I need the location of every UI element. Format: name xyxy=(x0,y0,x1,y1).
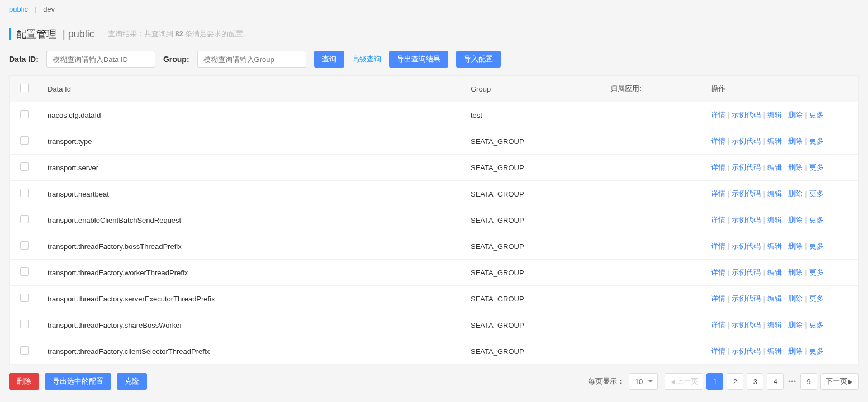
page-4-button[interactable]: 4 xyxy=(767,373,784,390)
result-summary: 查询结果：共查询到 82 条满足要求的配置。 xyxy=(108,29,251,39)
more-link[interactable]: 更多 xyxy=(809,163,824,171)
row-checkbox[interactable] xyxy=(20,162,29,171)
page-size-control: 每页显示： 10 xyxy=(588,373,658,390)
edit-link[interactable]: 编辑 xyxy=(767,216,782,224)
export-selected-button[interactable]: 导出选中的配置 xyxy=(45,373,111,390)
row-checkbox[interactable] xyxy=(20,215,29,223)
detail-link[interactable]: 详情 xyxy=(711,294,725,303)
more-link[interactable]: 更多 xyxy=(809,216,824,224)
more-link[interactable]: 更多 xyxy=(809,320,824,329)
row-checkbox[interactable] xyxy=(20,110,29,118)
more-link[interactable]: 更多 xyxy=(809,242,824,250)
group-input[interactable] xyxy=(197,51,306,68)
delete-link[interactable]: 删除 xyxy=(788,137,803,145)
sample-link[interactable]: 示例代码 xyxy=(732,294,761,303)
delete-link[interactable]: 删除 xyxy=(788,294,803,303)
tab-dev[interactable]: dev xyxy=(43,5,55,13)
table-row: transport.threadFactory.shareBossWorkerS… xyxy=(10,312,858,338)
detail-link[interactable]: 详情 xyxy=(711,189,725,198)
delete-link[interactable]: 删除 xyxy=(788,242,803,250)
sample-link[interactable]: 示例代码 xyxy=(732,347,761,355)
more-link[interactable]: 更多 xyxy=(809,137,824,145)
next-page-button[interactable]: 下一页▶ xyxy=(820,373,859,390)
dataid-input[interactable] xyxy=(46,51,155,68)
sample-link[interactable]: 示例代码 xyxy=(732,189,761,198)
advanced-query-button[interactable]: 高级查询 xyxy=(352,51,381,68)
sample-link[interactable]: 示例代码 xyxy=(732,216,761,224)
cell-app xyxy=(601,102,702,128)
cell-group: SEATA_GROUP xyxy=(462,155,601,181)
row-checkbox[interactable] xyxy=(20,241,29,250)
cell-ops: 详情|示例代码|编辑|删除|更多 xyxy=(702,155,858,181)
table-row: transport.threadFactory.serverExecutorTh… xyxy=(10,286,858,312)
delete-link[interactable]: 删除 xyxy=(788,320,803,329)
sample-link[interactable]: 示例代码 xyxy=(732,242,761,250)
detail-link[interactable]: 详情 xyxy=(711,347,725,355)
sample-link[interactable]: 示例代码 xyxy=(732,137,761,145)
detail-link[interactable]: 详情 xyxy=(711,111,725,119)
detail-link[interactable]: 详情 xyxy=(711,242,725,250)
detail-link[interactable]: 详情 xyxy=(711,268,725,276)
cell-dataid: transport.heartbeat xyxy=(39,181,462,207)
tab-public[interactable]: public xyxy=(9,5,28,13)
delete-button[interactable]: 删除 xyxy=(9,373,39,390)
row-checkbox[interactable] xyxy=(20,346,29,355)
cell-ops: 详情|示例代码|编辑|删除|更多 xyxy=(702,312,858,338)
select-all-checkbox[interactable] xyxy=(20,84,29,92)
row-checkbox[interactable] xyxy=(20,267,29,276)
chevron-left-icon: ◀ xyxy=(671,379,675,385)
row-checkbox[interactable] xyxy=(20,136,29,145)
edit-link[interactable]: 编辑 xyxy=(767,111,782,119)
sample-link[interactable]: 示例代码 xyxy=(732,163,761,171)
more-link[interactable]: 更多 xyxy=(809,268,824,276)
detail-link[interactable]: 详情 xyxy=(711,163,725,171)
edit-link[interactable]: 编辑 xyxy=(767,320,782,329)
more-link[interactable]: 更多 xyxy=(809,189,824,198)
delete-link[interactable]: 删除 xyxy=(788,189,803,198)
cell-dataid: transport.threadFactory.serverExecutorTh… xyxy=(39,286,462,312)
page-1-button[interactable]: 1 xyxy=(706,373,723,390)
sample-link[interactable]: 示例代码 xyxy=(732,111,761,119)
edit-link[interactable]: 编辑 xyxy=(767,268,782,276)
row-checkbox[interactable] xyxy=(20,189,29,197)
row-checkbox[interactable] xyxy=(20,320,29,328)
sample-link[interactable]: 示例代码 xyxy=(732,268,761,276)
filter-bar: Data ID: Group: 查询 高级查询 导出查询结果 导入配置 xyxy=(0,43,868,75)
page-3-button[interactable]: 3 xyxy=(747,373,763,390)
export-result-button[interactable]: 导出查询结果 xyxy=(389,51,448,68)
group-label: Group: xyxy=(163,55,189,64)
table-row: transport.threadFactory.workerThreadPref… xyxy=(10,260,858,286)
delete-link[interactable]: 删除 xyxy=(788,268,803,276)
edit-link[interactable]: 编辑 xyxy=(767,242,782,250)
cell-dataid: transport.threadFactory.clientSelectorTh… xyxy=(39,338,462,365)
edit-link[interactable]: 编辑 xyxy=(767,137,782,145)
page-2-button[interactable]: 2 xyxy=(727,373,743,390)
edit-link[interactable]: 编辑 xyxy=(767,163,782,171)
more-link[interactable]: 更多 xyxy=(809,294,824,303)
edit-link[interactable]: 编辑 xyxy=(767,294,782,303)
page-last-button[interactable]: 9 xyxy=(800,373,817,390)
detail-link[interactable]: 详情 xyxy=(711,216,725,224)
row-checkbox[interactable] xyxy=(20,294,29,302)
delete-link[interactable]: 删除 xyxy=(788,111,803,119)
detail-link[interactable]: 详情 xyxy=(711,320,725,329)
page-size-label: 每页显示： xyxy=(588,376,624,386)
delete-link[interactable]: 删除 xyxy=(788,347,803,355)
delete-link[interactable]: 删除 xyxy=(788,216,803,224)
clone-button[interactable]: 克隆 xyxy=(117,373,147,390)
detail-link[interactable]: 详情 xyxy=(711,137,725,145)
cell-app xyxy=(601,260,702,286)
sample-link[interactable]: 示例代码 xyxy=(732,320,761,329)
cell-ops: 详情|示例代码|编辑|删除|更多 xyxy=(702,207,858,233)
edit-link[interactable]: 编辑 xyxy=(767,189,782,198)
cell-ops: 详情|示例代码|编辑|删除|更多 xyxy=(702,286,858,312)
edit-link[interactable]: 编辑 xyxy=(767,347,782,355)
delete-link[interactable]: 删除 xyxy=(788,163,803,171)
query-button[interactable]: 查询 xyxy=(314,51,344,68)
more-link[interactable]: 更多 xyxy=(809,347,824,355)
cell-ops: 详情|示例代码|编辑|删除|更多 xyxy=(702,338,858,365)
more-link[interactable]: 更多 xyxy=(809,111,824,119)
prev-page-button[interactable]: ◀上一页 xyxy=(665,373,703,390)
import-config-button[interactable]: 导入配置 xyxy=(456,51,501,68)
page-size-select[interactable]: 10 xyxy=(629,373,658,390)
